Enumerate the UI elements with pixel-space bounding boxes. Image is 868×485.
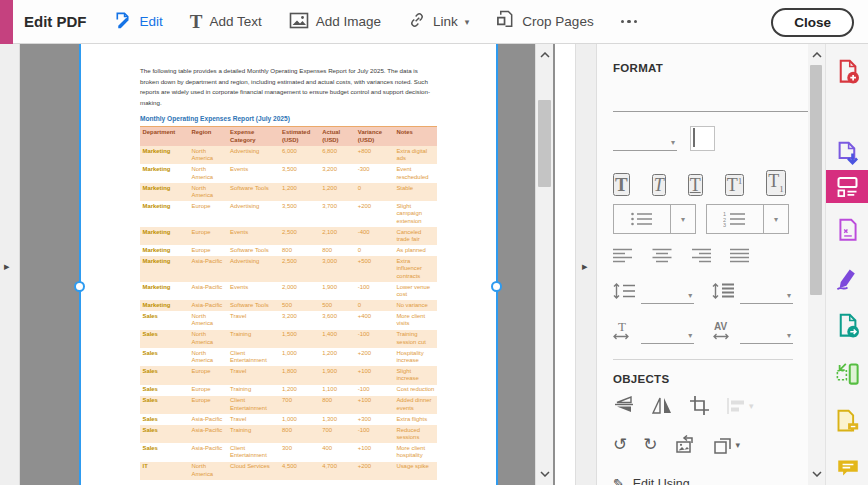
- table-cell[interactable]: IT: [140, 462, 189, 480]
- add-image-button[interactable]: Add Image: [289, 12, 381, 32]
- table-cell[interactable]: 1,000: [280, 348, 320, 366]
- column-header[interactable]: Actual (USD): [320, 127, 356, 146]
- table-cell[interactable]: As planned: [394, 245, 437, 256]
- table-cell[interactable]: 500: [320, 300, 356, 311]
- table-cell[interactable]: Event rescheduled: [394, 164, 437, 182]
- table-cell[interactable]: +200: [355, 462, 394, 480]
- table-cell[interactable]: -100: [355, 282, 394, 300]
- table-cell[interactable]: Marketing: [140, 183, 189, 201]
- table-cell[interactable]: 800: [280, 245, 320, 256]
- line-spacing-select[interactable]: ▾: [641, 284, 694, 304]
- close-button[interactable]: Close: [771, 8, 854, 37]
- table-cell[interactable]: Client Entertainment: [228, 443, 280, 461]
- bullet-list-button[interactable]: ▾: [613, 204, 696, 234]
- table-cell[interactable]: Europe: [189, 385, 228, 396]
- table-cell[interactable]: Slight increase: [394, 366, 437, 384]
- superscript-button[interactable]: T1: [725, 174, 745, 196]
- table-title[interactable]: Monthly Operating Expenses Report (July …: [140, 115, 437, 122]
- flip-vertical-button[interactable]: [613, 395, 635, 416]
- table-cell[interactable]: North America: [189, 348, 228, 366]
- table-cell[interactable]: +100: [355, 443, 394, 461]
- panel-scrollbar-thumb[interactable]: [810, 65, 822, 295]
- table-cell[interactable]: Asia-Pacific: [189, 256, 228, 282]
- crop-resize-tool[interactable]: [826, 356, 868, 390]
- more-options-button[interactable]: [621, 20, 638, 24]
- table-cell[interactable]: Events: [228, 227, 280, 245]
- flip-horizontal-button[interactable]: [651, 395, 673, 416]
- table-cell[interactable]: Europe: [189, 366, 228, 384]
- table-cell[interactable]: Cloud Services: [228, 462, 280, 480]
- table-cell[interactable]: Training session cut: [394, 330, 437, 348]
- create-pdf-tool[interactable]: [826, 54, 868, 88]
- table-cell[interactable]: Training: [228, 425, 280, 443]
- table-cell[interactable]: Training: [228, 385, 280, 396]
- table-cell[interactable]: Travel: [228, 414, 280, 425]
- table-cell[interactable]: 0: [355, 245, 394, 256]
- table-cell[interactable]: 1,200: [280, 385, 320, 396]
- edit-using-button[interactable]: ✎ Edit Using: [613, 476, 793, 485]
- table-cell[interactable]: Extra digital ads: [394, 146, 437, 164]
- table-cell[interactable]: 4,700: [320, 462, 356, 480]
- intro-paragraph[interactable]: The following table provides a detailed …: [140, 66, 437, 108]
- table-cell[interactable]: 700: [280, 396, 320, 414]
- table-cell[interactable]: -100: [355, 330, 394, 348]
- table-cell[interactable]: Asia-Pacific: [189, 414, 228, 425]
- table-cell[interactable]: -300: [355, 164, 394, 182]
- underline-button[interactable]: T: [688, 174, 703, 196]
- document-scrollbar[interactable]: [535, 44, 553, 485]
- table-cell[interactable]: +500: [355, 256, 394, 282]
- replace-image-button[interactable]: [674, 434, 697, 455]
- table-cell[interactable]: Marketing: [140, 256, 189, 282]
- table-cell[interactable]: 0: [355, 183, 394, 201]
- table-cell[interactable]: Sales: [140, 366, 189, 384]
- add-text-button[interactable]: T Add Text: [190, 12, 262, 31]
- table-cell[interactable]: 1,200: [320, 183, 356, 201]
- scroll-down-icon[interactable]: [536, 465, 553, 483]
- table-cell[interactable]: Europe: [189, 227, 228, 245]
- table-cell[interactable]: 500: [280, 300, 320, 311]
- table-cell[interactable]: Marketing: [140, 227, 189, 245]
- crop-pages-button[interactable]: Crop Pages: [496, 10, 593, 33]
- table-cell[interactable]: -100: [355, 385, 394, 396]
- table-cell[interactable]: 800: [320, 245, 356, 256]
- table-cell[interactable]: 800: [280, 425, 320, 443]
- table-cell[interactable]: Reduced sessions: [394, 425, 437, 443]
- comment-tool[interactable]: [826, 451, 868, 485]
- table-cell[interactable]: Marketing: [140, 300, 189, 311]
- table-cell[interactable]: More client visits: [394, 311, 437, 329]
- document-comment-tool[interactable]: [826, 404, 868, 438]
- align-justify-button[interactable]: [730, 248, 750, 263]
- table-cell[interactable]: Hospitality increase: [394, 348, 437, 366]
- column-header[interactable]: Department: [140, 127, 189, 146]
- table-cell[interactable]: 800: [320, 396, 356, 414]
- table-cell[interactable]: Marketing: [140, 282, 189, 300]
- column-header[interactable]: Expense Category: [228, 127, 280, 146]
- table-cell[interactable]: Advertising: [228, 201, 280, 227]
- panel-splitter-strip[interactable]: ▸: [575, 44, 597, 485]
- table-cell[interactable]: Client Entertainment: [228, 396, 280, 414]
- table-cell[interactable]: Sales: [140, 425, 189, 443]
- table-cell[interactable]: Canceled trade fair: [394, 227, 437, 245]
- align-left-button[interactable]: [613, 248, 633, 263]
- table-cell[interactable]: Asia-Pacific: [189, 425, 228, 443]
- table-cell[interactable]: 3,600: [320, 311, 356, 329]
- character-spacing-select[interactable]: ▾: [740, 324, 793, 344]
- table-cell[interactable]: North America: [189, 462, 228, 480]
- table-cell[interactable]: Europe: [189, 201, 228, 227]
- subscript-button[interactable]: T1: [766, 170, 786, 196]
- crop-object-button[interactable]: [689, 395, 710, 416]
- table-cell[interactable]: No variance: [394, 300, 437, 311]
- horizontal-scale-select[interactable]: ▾: [641, 324, 694, 344]
- table-cell[interactable]: Europe: [189, 396, 228, 414]
- edit-button[interactable]: Edit: [113, 11, 163, 33]
- table-cell[interactable]: 3,500: [280, 201, 320, 227]
- table-cell[interactable]: Sales: [140, 443, 189, 461]
- table-cell[interactable]: Sales: [140, 311, 189, 329]
- table-cell[interactable]: Training: [228, 330, 280, 348]
- left-panel-strip[interactable]: ▸: [0, 44, 20, 485]
- rotate-counterclockwise-button[interactable]: ↺: [613, 436, 627, 453]
- table-cell[interactable]: +400: [355, 311, 394, 329]
- table-cell[interactable]: 6,000: [280, 146, 320, 164]
- table-cell[interactable]: 300: [280, 443, 320, 461]
- align-center-button[interactable]: [652, 248, 672, 263]
